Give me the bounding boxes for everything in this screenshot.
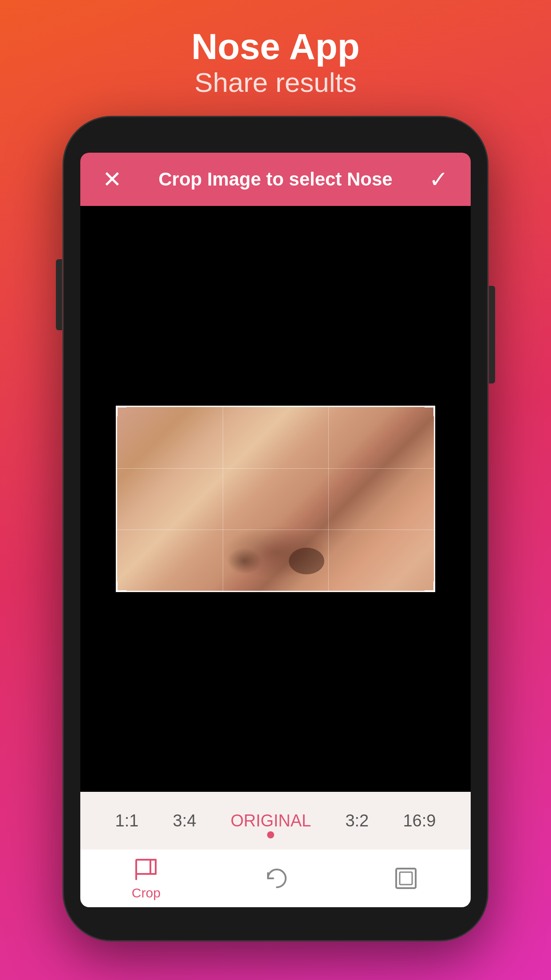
ratio-bar: 1:1 3:4 ORIGINAL 3:2 16:9 <box>80 792 471 850</box>
aspect-tool-button[interactable] <box>393 865 419 892</box>
reset-tool-button[interactable] <box>264 865 290 892</box>
aspect-icon <box>393 865 419 892</box>
phone-frame: ✕ Crop Image to select Nose ✓ <box>63 116 488 941</box>
image-area <box>80 206 471 792</box>
grid-line-v2 <box>328 407 329 591</box>
crop-handle-br[interactable] <box>425 581 435 592</box>
phone-screen: ✕ Crop Image to select Nose ✓ <box>80 153 471 907</box>
crop-grid-lines <box>117 407 434 591</box>
grid-line-v1 <box>223 407 223 591</box>
crop-handle-bl[interactable] <box>116 581 126 592</box>
crop-grid <box>116 406 435 592</box>
svg-rect-0 <box>136 860 150 874</box>
crop-icon <box>133 856 159 883</box>
cancel-button[interactable]: ✕ <box>102 166 122 193</box>
crop-handle-tl[interactable] <box>116 406 126 416</box>
confirm-button[interactable]: ✓ <box>429 166 449 193</box>
toolbar-title: Crop Image to select Nose <box>122 169 429 190</box>
app-subtitle: Share results <box>191 67 360 98</box>
ratio-16-9[interactable]: 16:9 <box>394 807 445 835</box>
crop-handle-tr[interactable] <box>425 406 435 416</box>
bottom-toolbar: Crop <box>80 850 471 907</box>
svg-rect-7 <box>400 872 412 885</box>
ratio-3-4[interactable]: 3:4 <box>164 807 205 835</box>
crop-toolbar: ✕ Crop Image to select Nose ✓ <box>80 153 471 206</box>
crop-container[interactable] <box>116 406 435 592</box>
app-background: Nose App Share results ✕ Crop Image to s… <box>0 0 551 980</box>
ratio-original[interactable]: ORIGINAL <box>222 807 320 835</box>
app-title: Nose App <box>191 27 360 67</box>
reset-icon <box>264 865 290 892</box>
grid-line-h1 <box>117 468 434 469</box>
ratio-1-1[interactable]: 1:1 <box>106 807 148 835</box>
crop-tool-label: Crop <box>132 885 161 901</box>
crop-tool-button[interactable]: Crop <box>132 856 161 901</box>
ratio-3-2[interactable]: 3:2 <box>336 807 378 835</box>
grid-line-h2 <box>117 530 434 530</box>
header-section: Nose App Share results <box>191 0 360 98</box>
